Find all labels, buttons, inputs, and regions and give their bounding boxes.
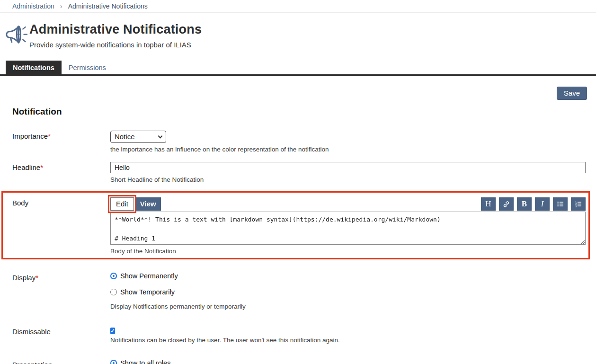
form-row-importance: Importance* Notice the importance has an… [0, 131, 596, 153]
command-row: Save [0, 76, 596, 100]
presentation-label: Presentation [12, 359, 110, 364]
body-textarea[interactable]: **World**! This is a text with [markdown… [110, 212, 586, 245]
page-subtitle: Provide system-wide notifications in top… [29, 41, 202, 49]
radio-show-permanently[interactable]: Show Permanently [110, 272, 586, 280]
section-heading: Notification [12, 107, 596, 117]
radio-selected-icon[interactable] [110, 273, 117, 279]
link-icon[interactable] [499, 197, 514, 211]
page-header: Administrative Notifications Provide sys… [0, 13, 596, 49]
display-label: Display* [12, 272, 110, 310]
importance-label: Importance* [12, 131, 110, 153]
page-title: Administrative Notifications [29, 22, 202, 37]
headline-input[interactable] [110, 162, 586, 173]
megaphone-icon [6, 22, 29, 44]
headline-label: Headline* [12, 162, 110, 183]
page: Administration › Administrative Notifica… [0, 0, 596, 364]
body-label: Body [12, 197, 110, 255]
body-edit-button[interactable]: Edit [110, 197, 134, 211]
importance-select[interactable]: Notice [110, 131, 166, 143]
svg-text:3: 3 [575, 205, 577, 208]
tab-notifications[interactable]: Notifications [6, 61, 62, 74]
ordered-list-icon[interactable]: 1 2 3 [571, 197, 586, 211]
form-row-headline: Headline* Short Headline of the Notifica… [0, 162, 596, 183]
tab-permissions[interactable]: Permissions [62, 61, 113, 74]
radio-show-to-all-roles[interactable]: Show to all roles [110, 359, 586, 364]
bold-icon[interactable]: B [517, 197, 532, 211]
dismissable-checkbox[interactable]: ✓ [110, 328, 115, 334]
save-button[interactable]: Save [557, 87, 587, 100]
heading-icon[interactable]: H [481, 197, 496, 211]
unordered-list-icon[interactable] [553, 197, 568, 211]
breadcrumb-current: Administrative Notifications [68, 2, 148, 10]
required-marker: * [36, 274, 38, 282]
form-row-display: Display* Show Permanently Show Temporari… [0, 272, 596, 310]
italic-icon[interactable]: I [535, 197, 550, 211]
display-helper: Display Notifications permanently or tem… [110, 303, 586, 310]
tab-bar: Notifications Permissions [0, 61, 596, 76]
required-marker: * [40, 163, 43, 171]
dismissable-helper: Notifications can be closed by the user.… [110, 337, 586, 344]
importance-helper: the importance has an influence on the c… [110, 146, 586, 153]
radio-selected-icon[interactable] [110, 360, 117, 364]
radio-unselected-icon[interactable] [110, 289, 117, 295]
dismissable-label: Dismissable [12, 326, 110, 344]
body-view-button[interactable]: View [135, 197, 161, 211]
breadcrumb: Administration › Administrative Notifica… [0, 0, 596, 13]
form-row-body: Body Edit View H [0, 197, 596, 255]
headline-helper: Short Headline of the Notification [110, 176, 586, 183]
form-row-dismissable: Dismissable ✓ Notifications can be close… [0, 326, 596, 344]
breadcrumb-link-administration[interactable]: Administration [12, 2, 54, 10]
required-marker: * [48, 132, 51, 140]
form-row-presentation: Presentation Show to all roles All users… [0, 359, 596, 364]
body-helper: Body of the Notification [110, 248, 586, 255]
radio-show-temporarily[interactable]: Show Temporarily [110, 288, 586, 296]
breadcrumb-separator-icon: › [60, 2, 62, 9]
